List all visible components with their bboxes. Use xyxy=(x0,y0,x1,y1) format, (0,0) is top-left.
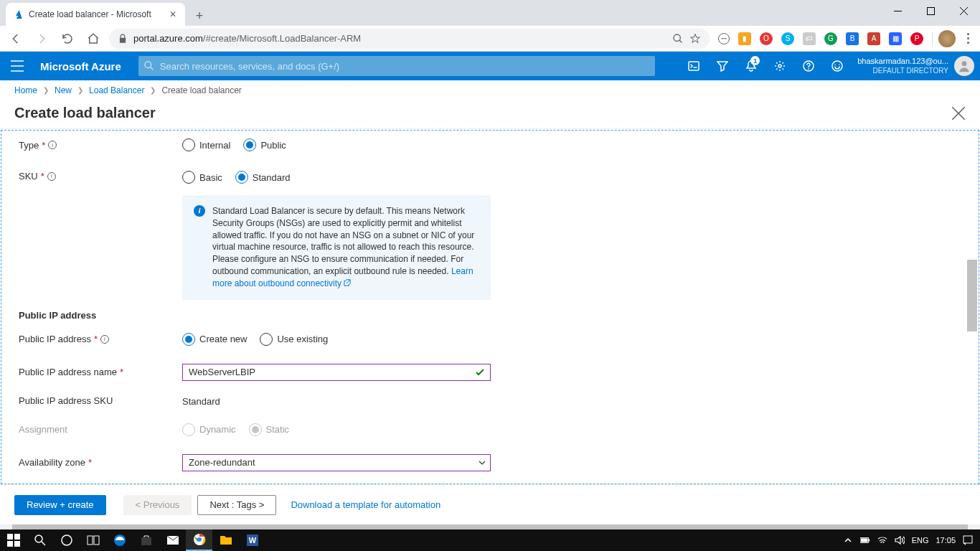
language-indicator[interactable]: ENG xyxy=(912,536,929,545)
svg-rect-8 xyxy=(7,534,13,540)
extension-icon[interactable]: A xyxy=(867,32,880,45)
browser-reload-button[interactable] xyxy=(57,29,77,49)
pip-use-existing-radio[interactable]: Use existing xyxy=(260,333,328,346)
info-icon[interactable]: i xyxy=(47,172,56,181)
settings-button[interactable] xyxy=(765,52,794,80)
public-ip-address-field: Public IP address * i Create new Use exi… xyxy=(19,328,961,351)
footer-bar: Review + create < Previous Next : Tags >… xyxy=(0,484,980,524)
form-scroll-area[interactable]: Type * i Internal Public SKU * i Basic S… xyxy=(1,131,979,484)
window-close-button[interactable] xyxy=(947,0,980,22)
svg-rect-3 xyxy=(689,62,699,70)
browser-home-button[interactable] xyxy=(83,29,103,49)
sku-info-box: i Standard Load Balancer is secure by de… xyxy=(182,195,491,300)
extension-icon[interactable]: B xyxy=(846,32,859,45)
form-container: Type * i Internal Public SKU * i Basic S… xyxy=(1,130,979,484)
extension-icon[interactable]: ▮ xyxy=(738,32,751,45)
azure-search-input[interactable] xyxy=(154,61,649,72)
notifications-button[interactable]: 1 xyxy=(737,52,765,80)
volume-icon[interactable] xyxy=(895,535,905,545)
notification-center-icon[interactable] xyxy=(963,535,973,545)
review-create-button[interactable]: Review + create xyxy=(14,495,106,515)
star-icon[interactable] xyxy=(689,33,701,44)
windows-taskbar: W ENG 17:05 xyxy=(0,529,980,551)
public-ip-name-field: Public IP address name * xyxy=(19,361,961,384)
task-view-button[interactable] xyxy=(80,529,106,551)
feedback-button[interactable] xyxy=(823,52,852,80)
public-ip-sku-field: Public IP address SKU Standard xyxy=(19,390,961,413)
public-ip-name-input[interactable] xyxy=(182,364,491,381)
svg-text:W: W xyxy=(248,536,256,545)
zoom-icon[interactable] xyxy=(672,33,684,44)
extension-icon[interactable]: O xyxy=(760,32,773,45)
chevron-down-icon xyxy=(478,458,486,467)
svg-rect-23 xyxy=(868,539,870,542)
search-button[interactable] xyxy=(27,529,53,551)
breadcrumb-home[interactable]: Home xyxy=(14,85,37,95)
lock-icon xyxy=(118,34,128,44)
sku-basic-radio[interactable]: Basic xyxy=(182,171,222,184)
type-public-radio[interactable]: Public xyxy=(243,138,286,151)
edge-icon[interactable] xyxy=(106,529,133,551)
browser-tab[interactable]: Create load balancer - Microsoft ✕ xyxy=(6,3,185,26)
extension-icon[interactable]: 🏷 xyxy=(803,32,816,45)
pip-create-new-radio[interactable]: Create new xyxy=(182,333,247,346)
extension-icons: ▮ O S 🏷 G B A ▦ P xyxy=(715,32,926,45)
svg-rect-25 xyxy=(963,536,972,543)
svg-rect-11 xyxy=(14,541,20,547)
word-icon[interactable]: W xyxy=(239,529,265,551)
store-icon[interactable] xyxy=(133,529,159,551)
close-blade-button[interactable] xyxy=(951,106,966,121)
extension-icon[interactable]: ▦ xyxy=(889,32,902,45)
window-controls xyxy=(881,0,980,22)
breadcrumb-new[interactable]: New xyxy=(55,85,72,95)
chrome-profile-avatar[interactable] xyxy=(938,30,956,47)
next-tags-button[interactable]: Next : Tags > xyxy=(197,495,276,515)
chrome-menu-button[interactable] xyxy=(961,33,974,44)
mail-icon[interactable] xyxy=(159,529,186,551)
chevron-right-icon: ❯ xyxy=(43,86,49,94)
wifi-icon[interactable] xyxy=(877,535,887,545)
address-bar[interactable]: portal.azure.com/#create/Microsoft.LoadB… xyxy=(109,29,710,49)
extension-icon[interactable]: G xyxy=(824,32,837,45)
extension-icon[interactable]: S xyxy=(781,32,794,45)
chrome-separator xyxy=(932,32,933,46)
azure-brand[interactable]: Microsoft Azure xyxy=(34,60,133,72)
svg-rect-15 xyxy=(94,536,99,545)
breadcrumb-load-balancer[interactable]: Load Balancer xyxy=(89,85,144,95)
tab-close-icon[interactable]: ✕ xyxy=(168,9,178,19)
vertical-scrollbar[interactable] xyxy=(967,260,977,331)
svg-point-6 xyxy=(832,61,842,71)
battery-icon[interactable] xyxy=(860,535,870,545)
extension-icon[interactable]: P xyxy=(910,32,923,45)
directory-filter-button[interactable] xyxy=(708,52,737,80)
new-tab-button[interactable]: + xyxy=(189,6,209,26)
download-template-link[interactable]: Download a template for automation xyxy=(291,499,440,510)
page-title: Create load balancer xyxy=(14,105,951,121)
chrome-icon[interactable] xyxy=(186,529,212,551)
page-title-row: Create load balancer xyxy=(0,100,980,129)
browser-back-button[interactable] xyxy=(6,29,26,49)
previous-button: < Previous xyxy=(123,495,192,515)
user-account-button[interactable]: bhaskarmadan.123@ou... DEFAULT DIRECTORY xyxy=(852,56,980,76)
file-explorer-icon[interactable] xyxy=(212,529,239,551)
tray-chevron-up-icon[interactable] xyxy=(843,535,853,545)
hamburger-menu-button[interactable] xyxy=(0,60,34,72)
svg-rect-24 xyxy=(861,538,868,542)
info-icon[interactable]: i xyxy=(48,141,57,149)
window-maximize-button[interactable] xyxy=(914,0,947,22)
start-button[interactable] xyxy=(0,529,27,551)
azure-search-bar[interactable] xyxy=(138,56,655,76)
cortana-button[interactable] xyxy=(53,529,80,551)
info-icon[interactable]: i xyxy=(100,335,109,344)
svg-point-2 xyxy=(145,62,151,68)
cloud-shell-button[interactable] xyxy=(679,52,708,80)
type-internal-radio[interactable]: Internal xyxy=(182,138,230,151)
browser-forward-button[interactable] xyxy=(32,29,52,49)
window-minimize-button[interactable] xyxy=(881,0,914,22)
extension-icon[interactable] xyxy=(718,33,730,44)
taskbar-clock[interactable]: 17:05 xyxy=(936,536,956,545)
sku-standard-radio[interactable]: Standard xyxy=(235,171,291,184)
notification-badge: 1 xyxy=(750,56,760,65)
help-button[interactable] xyxy=(794,52,823,80)
availability-zone-select[interactable]: Zone-redundant xyxy=(182,454,491,471)
